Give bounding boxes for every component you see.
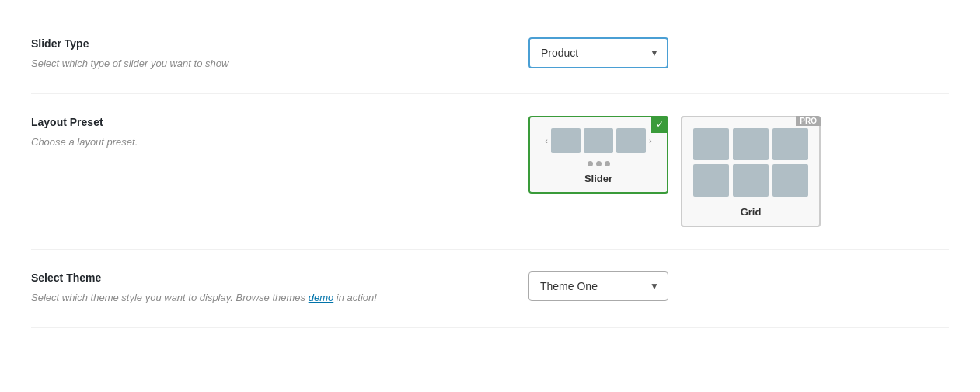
slider-card-label: Slider [584, 173, 612, 184]
grid-card-label: Grid [741, 206, 762, 218]
select-theme-desc-prefix: Select which theme style you want to dis… [31, 292, 309, 303]
select-theme-desc: Select which theme style you want to dis… [31, 290, 497, 306]
layout-preset-section: Layout Preset Choose a layout preset. ✓ … [31, 94, 949, 250]
slider-thumb-1 [551, 128, 581, 153]
grid-thumb-2 [733, 128, 769, 161]
dot-3 [605, 161, 610, 166]
pro-badge: PRO [796, 116, 821, 126]
select-theme-left: Select Theme Select which theme style yo… [31, 271, 528, 306]
slider-type-desc: Select which type of slider you want to … [31, 56, 497, 72]
layout-preset-title: Layout Preset [31, 116, 497, 128]
grid-thumb-4 [693, 164, 729, 197]
slider-type-left: Slider Type Select which type of slider … [31, 37, 528, 72]
dot-1 [588, 161, 593, 166]
right-arrow-icon: › [649, 136, 652, 145]
slider-type-select[interactable]: Product Post WooCommerce [528, 37, 668, 68]
select-theme-dropdown-wrapper: Theme One Theme Two Theme Three ▼ [528, 271, 668, 301]
grid-thumb-5 [733, 164, 769, 197]
slider-type-dropdown-wrapper: Product Post WooCommerce ▼ [528, 37, 668, 68]
slider-preview: ‹ › [538, 125, 659, 156]
select-theme-section: Select Theme Select which theme style yo… [31, 250, 949, 328]
select-theme-select[interactable]: Theme One Theme Two Theme Three [528, 271, 668, 301]
select-theme-right: Theme One Theme Two Theme Three ▼ [528, 271, 949, 301]
layout-card-grid[interactable]: PRO Grid [681, 116, 821, 228]
layout-preset-left: Layout Preset Choose a layout preset. [31, 116, 528, 150]
layout-cards-container: ✓ ‹ › Slider PRO [528, 116, 821, 228]
layout-card-slider[interactable]: ✓ ‹ › Slider [528, 116, 668, 194]
slider-type-right: Product Post WooCommerce ▼ [528, 37, 949, 68]
select-theme-title: Select Theme [31, 271, 497, 284]
grid-preview [690, 125, 811, 201]
select-theme-desc-suffix: in action! [333, 292, 377, 303]
dot-2 [596, 161, 602, 166]
grid-thumb-1 [693, 128, 729, 161]
demo-link[interactable]: demo [309, 292, 334, 303]
slider-dots [588, 161, 610, 166]
selected-check-badge: ✓ [651, 116, 668, 133]
slider-type-title: Slider Type [31, 37, 497, 50]
slider-type-section: Slider Type Select which type of slider … [31, 16, 949, 94]
left-arrow-icon: ‹ [545, 136, 548, 145]
slider-thumb-2 [584, 128, 613, 153]
slider-thumb-3 [616, 128, 646, 153]
grid-thumb-6 [772, 164, 808, 197]
layout-preset-right: ✓ ‹ › Slider PRO [528, 116, 949, 228]
grid-thumb-3 [772, 128, 808, 161]
layout-preset-desc: Choose a layout preset. [31, 135, 497, 150]
checkmark-icon: ✓ [656, 119, 664, 130]
